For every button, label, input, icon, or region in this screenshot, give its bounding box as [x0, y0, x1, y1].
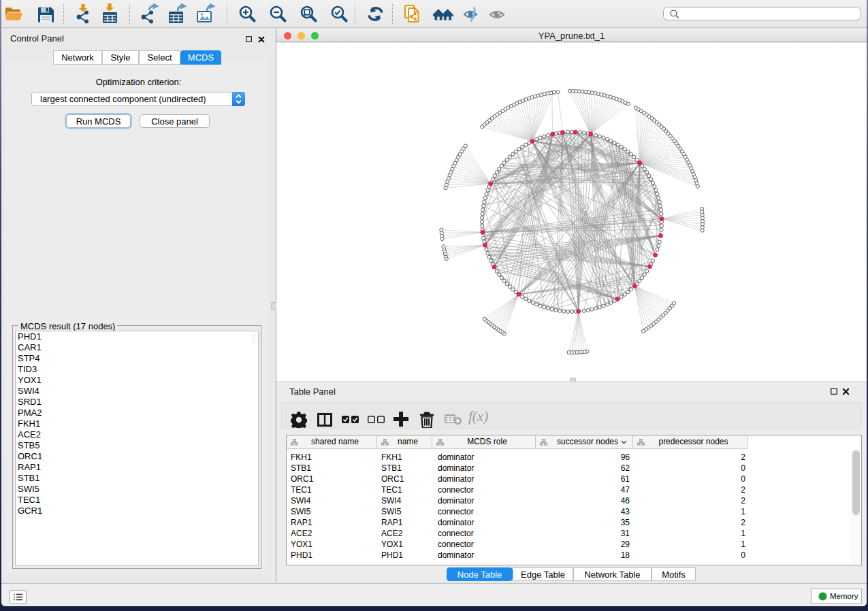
svg-text:f(x): f(x) [468, 410, 488, 425]
